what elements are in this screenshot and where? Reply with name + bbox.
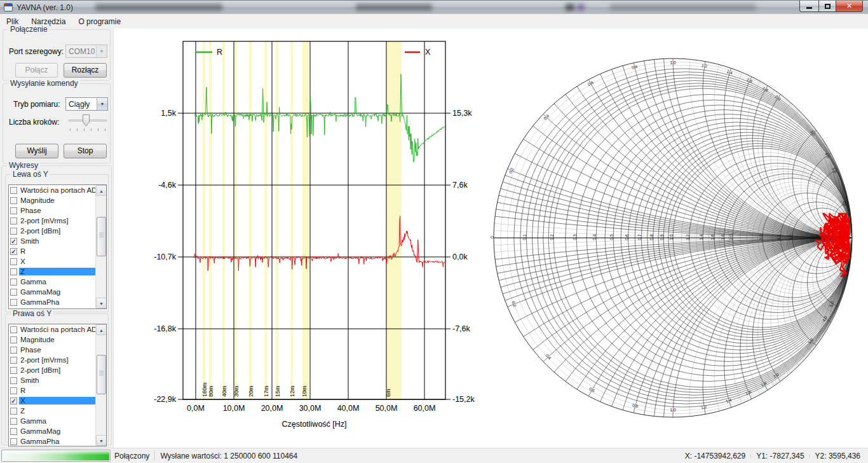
list-item-smith[interactable]: ✓Smith [9,236,95,246]
right-axis-listbox[interactable]: Wartości na portach ADCMagnitudePhase2-p… [8,324,107,446]
slider-thumb[interactable] [83,114,90,127]
plot-canvas[interactable]: 160m80m40m30m20m17m15m12m10m6m1,5k-4,6k-… [114,29,868,448]
list-item-gamma[interactable]: Gamma [9,416,95,426]
list-item-x[interactable]: X [9,256,95,266]
list-item-gammamag[interactable]: GammaMag [9,426,95,436]
scroll-thumb[interactable] [97,217,106,256]
list-item-2-port-mvrms-[interactable]: 2-port [mVrms] [9,355,95,365]
list-item-label: Z [19,268,95,275]
rx-plot: 160m80m40m30m20m17m15m12m10m6m1,5k-4,6k-… [154,41,475,429]
title-bar[interactable]: YAVNA (ver. 1.0) ✕ [0,0,868,14]
smith-rim-label: 0.8 [632,403,639,408]
scroll-down-icon[interactable]: ▼ [96,435,107,446]
send-button[interactable]: Wyślij [15,144,58,158]
smith-chart[interactable]: 00.10.20.30.40.50.60.70.80.91.01.21.41.6… [114,29,868,448]
connect-button[interactable]: Połącz [15,63,58,78]
band-label: 12m [289,385,295,397]
list-item-phase[interactable]: Phase [9,345,95,355]
background-window-blur [610,4,756,11]
list-item-r[interactable]: ✓R [9,246,95,256]
chevron-down-icon: ▼ [97,98,107,110]
list-item-2-port-dbm-[interactable]: 2-port [dBm] [9,226,95,236]
checkbox-icon[interactable] [10,367,17,374]
list-item-magnitude[interactable]: Magnitude [9,335,95,345]
checkbox-icon[interactable] [10,299,17,306]
checkbox-icon[interactable] [10,326,17,333]
checkbox-icon[interactable]: ✓ [10,397,17,404]
list-item-warto-ci-na-portach-adc[interactable]: Wartości na portach ADC [9,185,95,195]
smith-rim-label: 3.0 [810,129,817,137]
disconnect-button[interactable]: Rozłącz [64,63,107,78]
checkbox-icon[interactable] [10,336,17,343]
window-title: YAVNA (ver. 1.0) [17,3,73,12]
stop-button[interactable]: Stop [64,144,107,158]
band-40m [222,41,225,399]
list-item-gamma[interactable]: Gamma [9,277,95,287]
close-button[interactable]: ✕ [836,1,863,12]
scroll-down-icon[interactable]: ▼ [96,298,107,308]
list-item-z[interactable]: Z [9,266,95,277]
checkbox-icon[interactable] [10,438,17,445]
x-trace [194,216,445,271]
scrollbar[interactable]: ▲ ▼ [95,324,106,446]
left-axis-tick: -22,9k [154,395,176,404]
list-item-z[interactable]: Z [9,406,95,416]
progress-fill [3,451,109,460]
list-item-gammapha[interactable]: GammaPha [9,436,95,446]
measure-mode-combobox[interactable]: Ciągły ▼ [65,97,108,111]
list-item-2-port-dbm-[interactable]: 2-port [dBm] [9,365,95,375]
checkbox-icon[interactable] [10,357,17,364]
serial-port-combobox[interactable]: COM10 ▼ [65,45,107,58]
separator [750,454,751,458]
cursor-y1: Y1: -7827,345 [752,452,808,460]
checkbox-icon[interactable] [10,187,17,194]
checkbox-icon[interactable] [10,418,17,425]
scroll-up-icon[interactable]: ▲ [96,185,107,196]
list-item-gammapha[interactable]: GammaPha [9,297,95,307]
slider-ticks [70,128,105,131]
checkbox-icon[interactable] [10,207,17,214]
checkbox-icon[interactable] [10,258,17,265]
list-item-warto-ci-na-portach-adc[interactable]: Wartości na portach ADC [9,324,95,335]
scrollbar[interactable]: ▲ ▼ [95,185,106,308]
list-item-x[interactable]: ✓X [9,396,95,406]
legend-x-label: X [425,48,431,57]
menu-bar: Plik Narzędzia O programie [0,14,868,29]
checkbox-icon[interactable] [10,197,17,204]
list-item-smith[interactable]: Smith [9,375,95,385]
checkbox-icon[interactable] [10,228,17,235]
left-axis-listbox[interactable]: Wartości na portach ADCMagnitudePhase2-p… [8,184,107,309]
list-item-r[interactable]: R [9,385,95,396]
right-axis-tick: 15,3k [452,109,472,118]
list-item-phase[interactable]: Phase [9,205,95,216]
list-item-label: Phase [19,207,95,214]
smith-rim-label: 1.0 [670,60,675,65]
checkbox-icon[interactable] [10,387,17,394]
scroll-thumb[interactable] [97,355,106,394]
maximize-button[interactable] [818,1,836,12]
checkbox-icon[interactable] [10,218,17,225]
checkbox-icon[interactable]: ✓ [10,238,17,245]
checkbox-icon[interactable] [10,279,17,286]
menu-o-programie[interactable]: O programie [72,15,127,29]
list-item-magnitude[interactable]: Magnitude [9,195,95,205]
checkbox-icon[interactable] [10,377,17,384]
progress-bar [1,450,111,462]
checkbox-icon[interactable] [10,289,17,296]
list-item-gammamag[interactable]: GammaMag [9,287,95,297]
checkbox-icon[interactable] [10,347,17,354]
list-item-label: R [19,387,95,394]
smith-axis-label: 1.0 [669,234,674,240]
checkbox-icon[interactable]: ✓ [10,248,17,255]
checkbox-icon[interactable] [10,428,17,435]
smith-rim-label: 1.2 [702,63,709,69]
steps-slider[interactable] [66,113,109,134]
list-item-2-port-mvrms-[interactable]: 2-port [mVrms] [9,216,95,226]
minimize-button[interactable] [799,1,818,12]
scroll-up-icon[interactable]: ▲ [96,324,107,335]
list-item-label: X [19,258,95,265]
checkbox-icon[interactable] [10,268,17,275]
measure-mode-label: Tryb pomiaru: [13,100,60,109]
list-item-label: 2-port [mVrms] [19,356,95,364]
checkbox-icon[interactable] [10,408,17,415]
